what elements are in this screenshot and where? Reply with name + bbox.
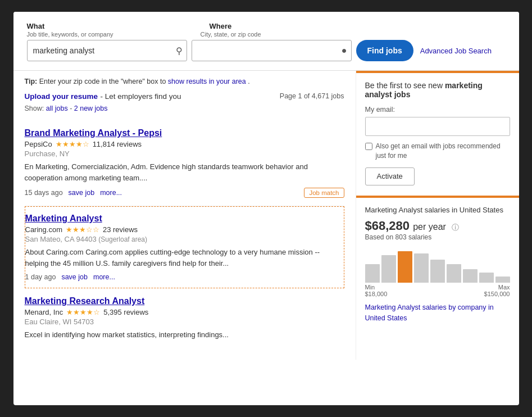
- where-sublabel: City, state, or zip code: [201, 31, 361, 38]
- reviews-1: 11,814 reviews: [93, 140, 142, 148]
- job-desc-1: En Marketing, Comercialización, Adm. Evi…: [25, 161, 344, 183]
- salary-bar: [479, 273, 494, 282]
- upload-resume-row: Upload your resume - Let employers find …: [25, 91, 344, 101]
- salary-amount: $68,280 per year: [365, 219, 449, 233]
- job-desc-3: Excel in identifying how market statisti…: [25, 329, 344, 341]
- max-value: $150,000: [484, 291, 510, 297]
- what-input-wrap: ⚲: [27, 40, 187, 61]
- tip-label: Tip:: [25, 78, 38, 85]
- upload-resume-suffix: - Let employers find you: [100, 92, 181, 101]
- where-label-col: Where City, state, or zip code: [201, 21, 361, 38]
- job-location-3: Eau Claire, WI 54703: [25, 318, 344, 326]
- salary-bar: [463, 269, 478, 283]
- salary-amount-row: $68,280 per year ⓘ: [365, 219, 510, 233]
- company-row-3: Menard, Inc ★★★★☆ 5,395 reviews: [25, 308, 344, 316]
- job-location-1: Purchase, NY: [25, 149, 344, 158]
- salary-bar: [398, 251, 412, 283]
- main-window: What Job title, keywords, or company Whe…: [13, 12, 519, 405]
- search-header: What Job title, keywords, or company Whe…: [13, 12, 519, 61]
- more-2[interactable]: more...: [93, 273, 115, 281]
- bar-row: [365, 249, 510, 283]
- search-icon-btn[interactable]: ⚲: [176, 46, 183, 56]
- advanced-search-link[interactable]: Advanced Job Search: [420, 47, 492, 55]
- salary-chart: Min $18,000 Max $150,000: [365, 249, 510, 297]
- email-label: My email:: [365, 106, 510, 114]
- location-icon: ●: [342, 46, 347, 56]
- all-jobs-link[interactable]: all jobs: [46, 105, 68, 112]
- show-prefix: Show:: [25, 105, 46, 112]
- show-separator: -: [70, 105, 74, 112]
- checkbox-row: Also get an email with jobs recommended …: [365, 142, 510, 161]
- chart-max-label: Max $150,000: [484, 284, 510, 297]
- salary-basis: Based on 803 salaries: [365, 233, 510, 241]
- max-label: Max: [484, 284, 510, 291]
- tip-link[interactable]: show results in your area: [168, 78, 246, 85]
- salary-info-icon: ⓘ: [452, 223, 459, 232]
- salary-bar: [495, 277, 510, 283]
- right-column: Be the first to see new marketing analys…: [356, 71, 519, 360]
- search-labels: What Job title, keywords, or company Whe…: [27, 21, 506, 38]
- recommend-checkbox[interactable]: [365, 143, 372, 150]
- stars-2: ★★★☆☆: [66, 225, 99, 234]
- email-alert-section: Be the first to see new marketing analys…: [356, 71, 519, 193]
- checkbox-label: Also get an email with jobs recommended …: [376, 142, 510, 161]
- what-label-col: What Job title, keywords, or company: [27, 21, 187, 38]
- desc-text-2: About Caring.com Caring.com applies cutt…: [25, 248, 320, 268]
- job-card-3: Marketing Research Analyst Menard, Inc ★…: [25, 288, 344, 353]
- upload-resume-section: Upload your resume - Let employers find …: [25, 91, 181, 101]
- reviews-3: 5,395 reviews: [103, 308, 148, 316]
- find-jobs-button[interactable]: Find jobs: [356, 40, 413, 61]
- reviews-2: 23 reviews: [103, 225, 138, 234]
- alert-title-prefix: Be the first to see new: [365, 81, 445, 90]
- where-input-wrap: ●: [192, 40, 352, 61]
- salary-bar: [447, 264, 461, 282]
- stars-3: ★★★★☆: [66, 308, 100, 316]
- salary-section: Marketing Analyst salaries in United Sta…: [356, 196, 519, 332]
- show-bar: Show: all jobs - 2 new jobs: [25, 105, 344, 112]
- search-row: ⚲ ● Find jobs Advanced Job Search: [27, 40, 506, 61]
- min-value: $18,000: [365, 291, 388, 297]
- job-card-2: Marketing Analyst Caring.com ★★★☆☆ 23 re…: [25, 206, 344, 288]
- what-label: What: [27, 22, 45, 30]
- what-sublabel: Job title, keywords, or company: [27, 31, 187, 38]
- save-job-1[interactable]: save job: [69, 189, 95, 197]
- chart-labels: Min $18,000 Max $150,000: [365, 284, 510, 297]
- more-1[interactable]: more...: [100, 189, 122, 197]
- salary-bar: [365, 264, 380, 282]
- activate-button[interactable]: Activate: [365, 167, 415, 185]
- job-age-2: 1 day ago: [25, 273, 56, 281]
- company-name-2: Caring.com: [25, 225, 62, 234]
- job-desc-2: About Caring.com Caring.com applies cutt…: [25, 247, 344, 269]
- salary-link[interactable]: Marketing Analyst salaries by company in…: [365, 303, 494, 323]
- salary-unit: per year: [413, 222, 446, 232]
- stars-1: ★★★★☆: [56, 140, 89, 148]
- salary-bar: [381, 255, 396, 282]
- new-jobs-count: 2 new jobs: [74, 105, 108, 112]
- job-card-1: Brand Marketing Analyst - Pepsi PepsiCo …: [25, 120, 344, 206]
- alert-title: Be the first to see new marketing analys…: [365, 81, 510, 99]
- min-label: Min: [365, 284, 388, 291]
- what-input[interactable]: [27, 40, 187, 61]
- salary-bar: [430, 260, 445, 283]
- main-content: Tip: Enter your zip code in the "where" …: [13, 71, 519, 360]
- upload-resume-link[interactable]: Upload your resume: [25, 92, 98, 101]
- where-label: Where: [210, 22, 232, 30]
- company-name-3: Menard, Inc: [25, 308, 63, 316]
- job-age-1: 15 days ago: [25, 189, 63, 197]
- job-location-2: San Mateo, CA 94403 (Sugerloaf area): [25, 235, 344, 243]
- job-title-2[interactable]: Marketing Analyst: [25, 214, 344, 224]
- job-footer-2: 1 day ago save job more...: [25, 273, 344, 281]
- where-input[interactable]: [192, 40, 352, 61]
- job-title-3[interactable]: Marketing Research Analyst: [25, 296, 344, 306]
- left-column: Tip: Enter your zip code in the "where" …: [13, 71, 356, 360]
- company-name-1: PepsiCo: [25, 140, 52, 148]
- tip-message: Enter your zip code in the "where" box t…: [39, 78, 168, 85]
- salary-bar: [414, 253, 429, 283]
- area-note-2: (Sugerloaf area): [98, 235, 147, 243]
- chart-min-label: Min $18,000: [365, 284, 388, 297]
- job-title-1[interactable]: Brand Marketing Analyst - Pepsi: [25, 128, 344, 138]
- page-info: Page 1 of 4,671 jobs: [280, 92, 344, 100]
- email-input[interactable]: [365, 117, 510, 136]
- save-job-2[interactable]: save job: [61, 273, 88, 281]
- tip-bar: Tip: Enter your zip code in the "where" …: [25, 78, 344, 85]
